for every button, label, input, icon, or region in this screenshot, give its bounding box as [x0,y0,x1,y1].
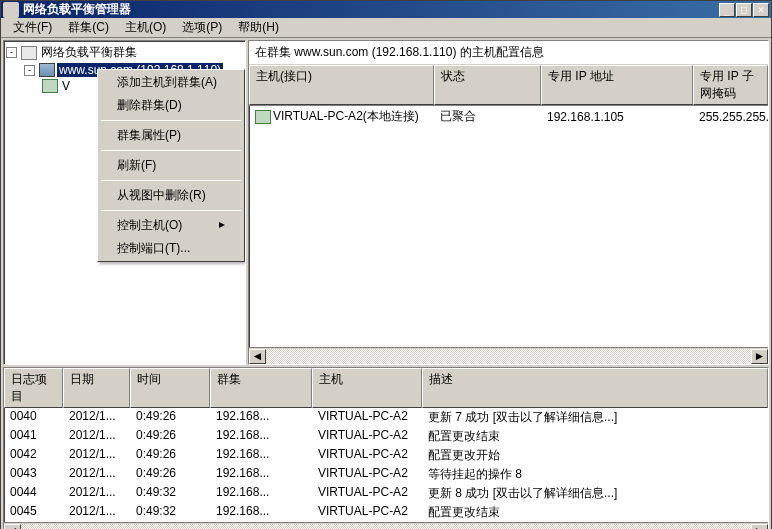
log-desc: 更新 7 成功 [双击以了解详细信息...] [422,408,768,427]
log-desc: 等待挂起的操作 8 [422,465,768,484]
content-area: - 网络负载平衡群集 - www.sun.com (192.168.1.110)… [1,38,771,529]
hscrollbar[interactable]: ◄ ► [249,347,768,364]
app-window: 网络负载平衡管理器 _ □ × 文件(F) 群集(C) 主机(O) 选项(P) … [0,0,772,529]
log-host: VIRTUAL-PC-A2 [312,484,422,503]
log-desc: 配置更改结束 [422,427,768,446]
ctx-control-port[interactable]: 控制端口(T)... [99,237,243,260]
log-date: 2012/1... [63,465,130,484]
ctx-control-host[interactable]: 控制主机(O)▸ [99,214,243,237]
host-panel-header: 在群集 www.sun.com (192.168.1.110) 的主机配置信息 [249,41,768,65]
tree-host-label: V [60,79,72,93]
cell-interface-text: VIRTUAL-PC-A2(本地连接) [273,108,419,125]
ctx-separator [101,120,241,121]
log-host: VIRTUAL-PC-A2 [312,503,422,522]
ctx-delete-cluster[interactable]: 删除群集(D) [99,94,243,117]
app-icon [3,2,19,18]
log-id: 0040 [4,408,63,427]
cell-mask: 255.255.255.0 [693,106,768,127]
titlebar[interactable]: 网络负载平衡管理器 _ □ × [1,1,771,18]
host-table: 主机(接口) 状态 专用 IP 地址 专用 IP 子网掩码 VIRTUAL-PC… [249,65,768,347]
log-col-cluster[interactable]: 群集 [210,368,312,408]
log-id: 0044 [4,484,63,503]
col-status[interactable]: 状态 [434,65,541,105]
log-cluster: 192.168... [210,465,312,484]
tree-panel: - 网络负载平衡群集 - www.sun.com (192.168.1.110)… [3,40,246,365]
host-icon [255,110,271,124]
tree-root[interactable]: - 网络负载平衡群集 [6,43,243,62]
log-time: 0:49:26 [130,446,210,465]
log-host: VIRTUAL-PC-A2 [312,427,422,446]
menu-options[interactable]: 选项(P) [174,17,230,38]
log-row[interactable]: 00422012/1...0:49:26192.168...VIRTUAL-PC… [4,446,768,465]
col-interface[interactable]: 主机(接口) [249,65,434,105]
log-col-host[interactable]: 主机 [312,368,422,408]
log-col-date[interactable]: 日期 [63,368,130,408]
log-time: 0:49:26 [130,408,210,427]
menu-cluster[interactable]: 群集(C) [60,17,117,38]
log-cluster: 192.168... [210,503,312,522]
cluster-icon [39,63,55,77]
scroll-right-icon[interactable]: ► [751,349,768,364]
ctx-refresh[interactable]: 刷新(F) [99,154,243,177]
submenu-arrow-icon: ▸ [219,217,225,231]
ctx-separator [101,180,241,181]
ctx-separator [101,210,241,211]
cell-interface: VIRTUAL-PC-A2(本地连接) [249,106,434,127]
menu-host[interactable]: 主机(O) [117,17,174,38]
minimize-button[interactable]: _ [719,3,735,17]
log-row[interactable]: 00452012/1...0:49:32192.168...VIRTUAL-PC… [4,503,768,522]
window-title: 网络负载平衡管理器 [23,1,719,18]
scroll-left-icon[interactable]: ◄ [249,349,266,364]
log-time: 0:49:32 [130,503,210,522]
log-row[interactable]: 00432012/1...0:49:26192.168...VIRTUAL-PC… [4,465,768,484]
scroll-left-icon[interactable]: ◄ [4,524,21,530]
log-table-header: 日志项目 日期 时间 群集 主机 描述 [4,368,768,408]
ctx-remove-view[interactable]: 从视图中删除(R) [99,184,243,207]
tree-toggle-icon[interactable]: - [6,47,17,58]
log-date: 2012/1... [63,484,130,503]
col-mask[interactable]: 专用 IP 子网掩码 [693,65,768,105]
close-button[interactable]: × [753,3,769,17]
log-cluster: 192.168... [210,427,312,446]
ctx-control-host-label: 控制主机(O) [117,218,182,232]
log-id: 0041 [4,427,63,446]
tree-root-label: 网络负载平衡群集 [39,44,139,61]
log-panel: 日志项目 日期 时间 群集 主机 描述 00402012/1...0:49:26… [3,367,769,529]
log-col-id[interactable]: 日志项目 [4,368,63,408]
cell-ip: 192.168.1.105 [541,106,693,127]
log-row[interactable]: 00412012/1...0:49:26192.168...VIRTUAL-PC… [4,427,768,446]
tree-toggle-icon[interactable]: - [24,65,35,76]
log-date: 2012/1... [63,408,130,427]
log-row[interactable]: 00442012/1...0:49:32192.168...VIRTUAL-PC… [4,484,768,503]
ctx-add-host[interactable]: 添加主机到群集(A) [99,71,243,94]
menu-file[interactable]: 文件(F) [5,17,60,38]
maximize-button[interactable]: □ [736,3,752,17]
window-buttons: _ □ × [719,3,769,17]
scroll-track[interactable] [266,349,751,364]
col-ip[interactable]: 专用 IP 地址 [541,65,693,105]
scroll-right-icon[interactable]: ► [751,524,768,530]
log-cluster: 192.168... [210,446,312,465]
ctx-cluster-props[interactable]: 群集属性(P) [99,124,243,147]
log-id: 0045 [4,503,63,522]
menubar: 文件(F) 群集(C) 主机(O) 选项(P) 帮助(H) [1,18,771,38]
upper-pane: - 网络负载平衡群集 - www.sun.com (192.168.1.110)… [3,40,769,365]
log-desc: 配置更改开始 [422,446,768,465]
log-col-time[interactable]: 时间 [130,368,210,408]
log-table: 日志项目 日期 时间 群集 主机 描述 00402012/1...0:49:26… [4,368,768,522]
hscrollbar[interactable]: ◄ ► [4,522,768,529]
log-id: 0042 [4,446,63,465]
log-date: 2012/1... [63,427,130,446]
log-row[interactable]: 00402012/1...0:49:26192.168...VIRTUAL-PC… [4,408,768,427]
host-row[interactable]: VIRTUAL-PC-A2(本地连接) 已聚合 192.168.1.105 25… [249,106,768,127]
log-id: 0043 [4,465,63,484]
host-panel: 在群集 www.sun.com (192.168.1.110) 的主机配置信息 … [248,40,769,365]
context-menu: 添加主机到群集(A) 删除群集(D) 群集属性(P) 刷新(F) 从视图中删除(… [97,69,245,262]
cluster-group-icon [21,46,37,60]
log-cluster: 192.168... [210,484,312,503]
log-time: 0:49:26 [130,465,210,484]
menu-help[interactable]: 帮助(H) [230,17,287,38]
scroll-track[interactable] [21,524,751,530]
log-col-desc[interactable]: 描述 [422,368,768,408]
cell-status: 已聚合 [434,106,541,127]
